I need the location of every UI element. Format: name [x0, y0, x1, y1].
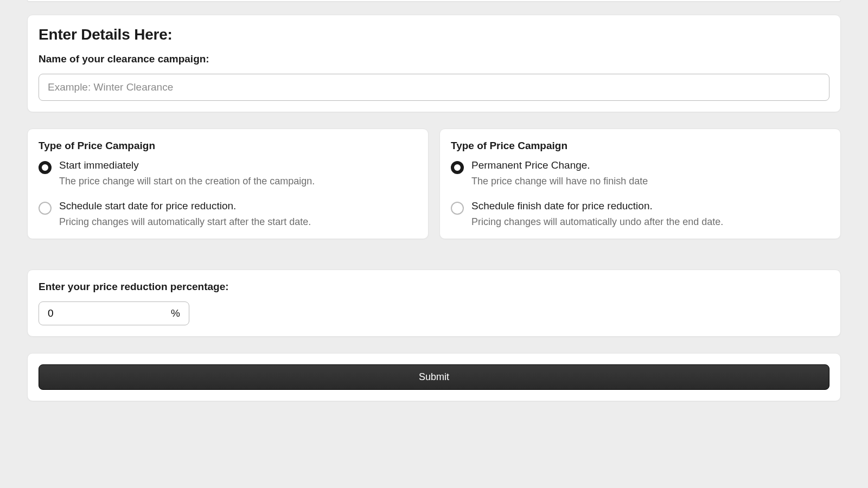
radio-description: The price change will start on the creat…: [59, 176, 417, 187]
finish-option-schedule[interactable]: Schedule finish date for price reduction…: [451, 200, 829, 228]
radio-icon: [39, 161, 52, 174]
start-type-card: Type of Price Campaign Start immediately…: [27, 129, 429, 239]
percentage-input-wrap: %: [39, 301, 189, 325]
submit-button[interactable]: Submit: [39, 364, 829, 390]
radio-text-group: Start immediately The price change will …: [59, 159, 417, 187]
radio-label: Start immediately: [59, 159, 417, 171]
finish-type-title: Type of Price Campaign: [451, 140, 829, 152]
submit-card: Submit: [27, 353, 841, 401]
radio-description: The price change will have no finish dat…: [471, 176, 829, 187]
radio-text-group: Permanent Price Change. The price change…: [471, 159, 829, 187]
radio-text-group: Schedule finish date for price reduction…: [471, 200, 829, 228]
radio-description: Pricing changes will automatically start…: [59, 216, 417, 228]
percentage-label: Enter your price reduction percentage:: [39, 281, 829, 293]
start-option-schedule[interactable]: Schedule start date for price reduction.…: [39, 200, 417, 228]
start-option-immediately[interactable]: Start immediately The price change will …: [39, 159, 417, 187]
radio-text-group: Schedule start date for price reduction.…: [59, 200, 417, 228]
radio-icon: [451, 202, 464, 215]
radio-label: Schedule finish date for price reduction…: [471, 200, 829, 212]
radio-icon: [451, 161, 464, 174]
radio-description: Pricing changes will automatically undo …: [471, 216, 829, 228]
campaign-name-input[interactable]: [39, 74, 829, 101]
campaign-type-row: Type of Price Campaign Start immediately…: [27, 129, 841, 239]
details-heading: Enter Details Here:: [39, 26, 829, 43]
percentage-input[interactable]: [48, 307, 156, 319]
percentage-card: Enter your price reduction percentage: %: [27, 269, 841, 337]
campaign-name-label: Name of your clearance campaign:: [39, 53, 829, 65]
radio-label: Schedule start date for price reduction.: [59, 200, 417, 212]
radio-label: Permanent Price Change.: [471, 159, 829, 171]
previous-card-bottom-edge: [27, 0, 841, 2]
details-card: Enter Details Here: Name of your clearan…: [27, 15, 841, 112]
start-type-title: Type of Price Campaign: [39, 140, 417, 152]
percentage-suffix: %: [171, 307, 180, 319]
radio-icon: [39, 202, 52, 215]
finish-option-permanent[interactable]: Permanent Price Change. The price change…: [451, 159, 829, 187]
finish-type-card: Type of Price Campaign Permanent Price C…: [439, 129, 841, 239]
